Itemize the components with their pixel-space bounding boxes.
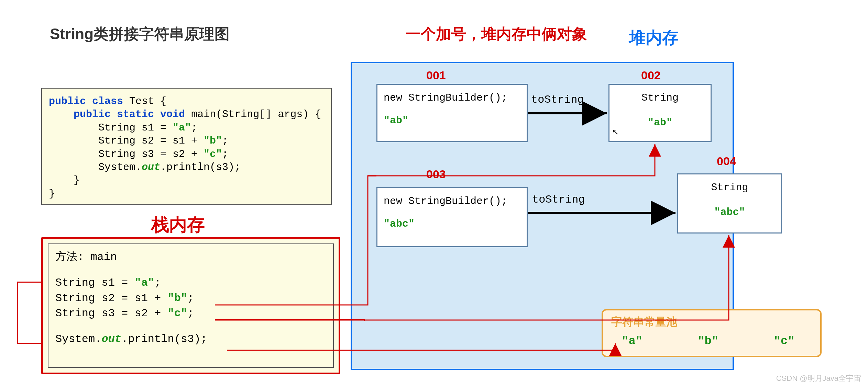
title-red-note: 一个加号，堆内存中俩对象 — [406, 24, 587, 44]
heap-obj-002-type: String — [616, 90, 704, 106]
heap-obj-004-type: String — [684, 179, 775, 196]
code-text: public class Test { public static void m… — [49, 95, 324, 200]
stack-memory-box: 方法: main String s1 = "a"; String s2 = s1… — [41, 237, 340, 374]
code-box: public class Test { public static void m… — [41, 88, 332, 205]
heap-obj-003-value: "abc" — [384, 216, 520, 232]
heap-obj-001-value: "ab" — [384, 112, 520, 129]
stack-s2: String s2 = s1 + "b"; — [55, 291, 326, 306]
tostring-label-2: toString — [532, 193, 585, 206]
stack-method-label: 方法: main — [55, 250, 326, 265]
addr-001: 001 — [426, 69, 446, 82]
watermark: CSDN @明月Java全宇宙 — [776, 373, 861, 384]
heap-obj-003-type: new StringBuilder(); — [384, 193, 520, 209]
stack-inner: 方法: main String s1 = "a"; String s2 = s1… — [48, 243, 334, 368]
addr-003: 003 — [426, 168, 446, 181]
stack-title: 栈内存 — [151, 213, 205, 237]
heap-obj-001: new StringBuilder(); "ab" — [376, 84, 528, 142]
title-main: String类拼接字符串原理图 — [50, 24, 230, 44]
heap-obj-004: String "abc" — [677, 173, 782, 234]
heap-obj-002: String "ab" — [608, 84, 712, 142]
heap-obj-002-value: "ab" — [616, 114, 704, 131]
pool-c: "c" — [773, 334, 794, 348]
cursor-icon: ↖ — [612, 127, 619, 137]
addr-002: 002 — [641, 69, 661, 82]
heap-obj-003: new StringBuilder(); "abc" — [376, 187, 528, 247]
stack-s3: String s3 = s2 + "c"; — [55, 306, 326, 321]
pool-a: "a" — [622, 334, 642, 348]
string-pool-box: 字符串常量池 "a" "b" "c" — [602, 309, 822, 357]
string-pool-title: 字符串常量池 — [611, 315, 812, 330]
heap-obj-001-type: new StringBuilder(); — [384, 90, 520, 106]
stack-side-bracket — [17, 282, 41, 344]
pool-b: "b" — [697, 334, 718, 348]
title-heap: 堆内存 — [629, 27, 679, 49]
stack-println: System.out.println(s3); — [55, 332, 326, 347]
addr-004: 004 — [717, 155, 736, 168]
heap-obj-004-value: "abc" — [684, 204, 775, 220]
stack-s1: String s1 = "a"; — [55, 275, 326, 291]
tostring-label-1: toString — [531, 93, 584, 106]
